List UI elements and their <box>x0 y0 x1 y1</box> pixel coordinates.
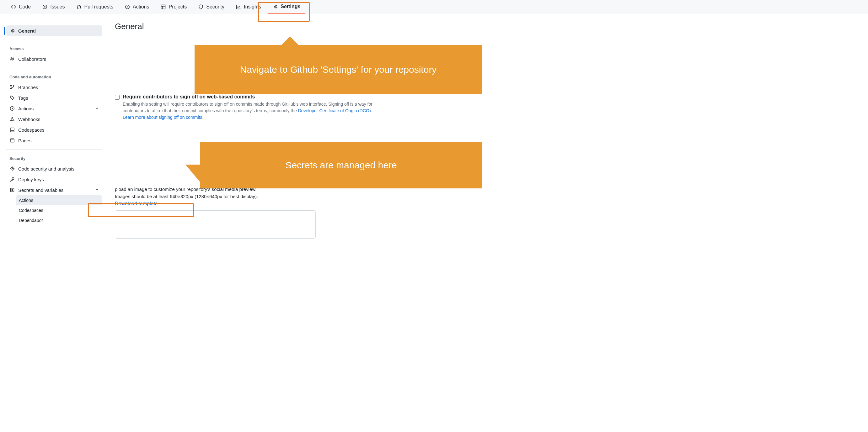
sidebar-group-title: Code and automation <box>6 72 102 82</box>
codespace-icon <box>9 127 15 133</box>
sidebar-item-tags[interactable]: Tags <box>6 93 102 103</box>
svg-point-6 <box>11 57 12 59</box>
download-template-link[interactable]: Download template <box>115 201 158 206</box>
secret-icon <box>9 187 15 193</box>
svg-point-20 <box>12 168 13 169</box>
svg-point-8 <box>10 85 11 86</box>
tab-projects[interactable]: Projects <box>156 0 191 14</box>
page-title: General <box>115 22 862 31</box>
svg-point-1 <box>77 5 78 6</box>
svg-point-21 <box>12 178 14 179</box>
sidebar-item-label: Dependabot <box>19 218 43 223</box>
svg-point-11 <box>11 97 11 97</box>
sidebar-item-deploy-keys[interactable]: Deploy keys <box>6 174 102 185</box>
tab-issues[interactable]: Issues <box>38 0 69 14</box>
branch-icon <box>9 84 15 90</box>
sidebar-item-label: Tags <box>18 95 28 101</box>
sidebar-item-secrets[interactable]: Secrets and variables <box>6 185 102 195</box>
svg-rect-16 <box>10 128 14 130</box>
key-icon <box>9 176 15 182</box>
svg-rect-18 <box>10 139 14 142</box>
sidebar-item-label: Collaborators <box>18 57 46 62</box>
signoff-checkbox[interactable] <box>115 95 120 100</box>
tab-insights[interactable]: Insights <box>231 0 266 14</box>
tab-label: Pull requests <box>85 4 114 10</box>
tab-label: Settings <box>281 4 300 9</box>
svg-point-10 <box>13 86 14 87</box>
sidebar-item-code-security[interactable]: Code security and analysis <box>6 163 102 174</box>
sidebar-subitem-codespaces[interactable]: Codespaces <box>16 205 102 215</box>
social-preview-dims: Images should be at least 640×320px (128… <box>115 194 862 199</box>
sidebar-subitem-actions[interactable]: Actions <box>16 195 102 205</box>
play-icon <box>125 4 130 10</box>
tab-label: Security <box>206 4 224 10</box>
svg-point-2 <box>77 8 78 9</box>
svg-rect-5 <box>161 5 165 9</box>
scan-icon <box>9 166 15 171</box>
tab-label: Code <box>19 4 31 10</box>
browser-icon <box>9 138 15 143</box>
tab-label: Insights <box>244 4 261 10</box>
sidebar-item-label: Deploy keys <box>18 177 44 182</box>
svg-rect-17 <box>10 131 14 132</box>
chevron-down-icon <box>95 106 99 111</box>
sidebar-subitem-dependabot[interactable]: Dependabot <box>16 215 102 225</box>
chevron-down-icon <box>95 188 99 193</box>
tab-code[interactable]: Code <box>6 0 35 14</box>
gear-icon <box>272 4 278 9</box>
tab-pull-requests[interactable]: Pull requests <box>72 0 118 14</box>
svg-point-3 <box>80 8 81 9</box>
tab-actions[interactable]: Actions <box>120 0 153 14</box>
sidebar-item-label: Branches <box>18 85 38 90</box>
code-icon <box>11 4 16 10</box>
settings-sidebar: General Access Collaborators Code and au… <box>6 22 110 239</box>
repo-topnav: Code Issues Pull requests Actions Projec… <box>0 0 868 14</box>
sidebar-group-title: Security <box>6 154 102 163</box>
people-icon <box>9 56 15 62</box>
sidebar-item-label: Actions <box>19 198 33 203</box>
annotation-callout-secrets: Secrets are managed here <box>200 142 482 189</box>
tab-security[interactable]: Security <box>194 0 229 14</box>
svg-point-7 <box>12 58 14 59</box>
sidebar-item-label: Codespaces <box>18 127 44 133</box>
sidebar-item-label: Pages <box>18 138 32 143</box>
sidebar-item-label: Actions <box>18 106 34 111</box>
sidebar-item-label: Secrets and variables <box>18 188 63 193</box>
social-preview-upload[interactable] <box>115 210 316 239</box>
sidebar-item-branches[interactable]: Branches <box>6 82 102 93</box>
sidebar-item-collaborators[interactable]: Collaborators <box>6 54 102 64</box>
table-icon <box>160 4 166 10</box>
tab-label: Actions <box>133 4 149 10</box>
dco-link[interactable]: Developer Certificate of Origin (DCO) <box>298 108 371 113</box>
signoff-learn-more-link[interactable]: Learn more about signing off on commits <box>123 115 202 120</box>
tab-settings[interactable]: Settings <box>268 0 305 14</box>
sidebar-item-webhooks[interactable]: Webhooks <box>6 114 102 125</box>
tab-label: Issues <box>50 4 65 10</box>
sidebar-item-general[interactable]: General <box>6 25 102 36</box>
sidebar-item-pages[interactable]: Pages <box>6 135 102 146</box>
sidebar-item-label: General <box>18 28 36 34</box>
sidebar-item-label: Codespaces <box>19 208 43 213</box>
play-circle-icon <box>9 106 15 111</box>
sidebar-item-label: Webhooks <box>18 117 40 122</box>
annotation-callout-settings: Navigate to Github 'Settings' for your r… <box>194 45 482 94</box>
sidebar-item-actions[interactable]: Actions <box>6 103 102 114</box>
signoff-label: Require contributors to sign off on web-… <box>123 94 383 100</box>
webhook-icon <box>9 116 15 122</box>
sidebar-item-codespaces[interactable]: Codespaces <box>6 125 102 135</box>
svg-point-0 <box>44 6 45 7</box>
tab-label: Projects <box>168 4 187 10</box>
sidebar-group-title: Access <box>6 44 102 54</box>
graph-icon <box>236 4 241 10</box>
shield-icon <box>198 4 204 10</box>
sidebar-item-label: Code security and analysis <box>18 166 74 171</box>
signoff-description: Enabling this setting will require contr… <box>123 101 383 121</box>
issue-icon <box>42 4 48 10</box>
svg-point-9 <box>10 88 11 89</box>
gear-icon <box>9 28 15 34</box>
tag-icon <box>9 95 15 101</box>
pr-icon <box>76 4 82 10</box>
